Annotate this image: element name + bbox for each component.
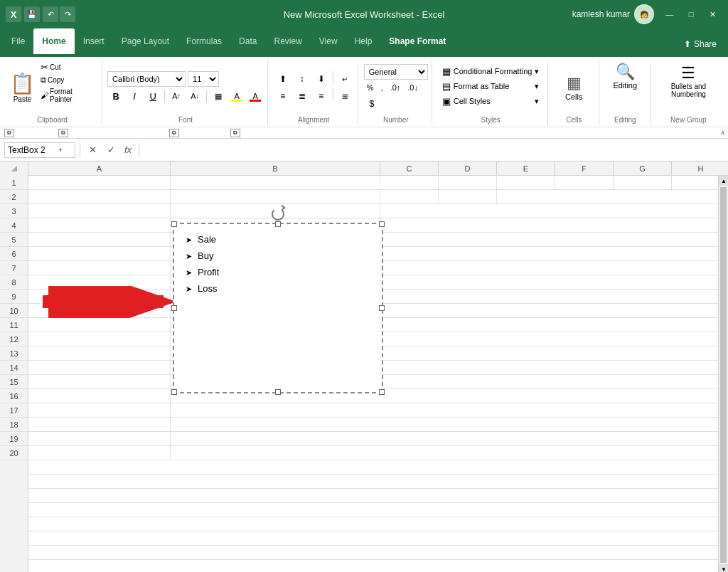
- col-header-g[interactable]: G: [614, 161, 672, 176]
- row-header-5[interactable]: 5: [0, 233, 28, 247]
- row-header-13[interactable]: 13: [0, 346, 28, 361]
- row-header-10[interactable]: 10: [0, 304, 28, 318]
- paste-button[interactable]: 📋 Paste: [7, 70, 38, 105]
- cell-a11[interactable]: [28, 318, 171, 332]
- cell-a7[interactable]: [28, 261, 171, 275]
- cell-a12[interactable]: [28, 332, 171, 346]
- save-button[interactable]: 💾: [24, 6, 40, 22]
- middle-align-button[interactable]: ↕: [293, 71, 311, 87]
- cell-a10[interactable]: [28, 304, 171, 318]
- font-color-button[interactable]: A: [247, 88, 264, 104]
- scroll-down-button[interactable]: ▼: [719, 564, 728, 572]
- cell-rest-18[interactable]: [171, 418, 728, 432]
- comma-style-button[interactable]: ,: [378, 83, 386, 92]
- maximize-button[interactable]: □: [681, 6, 701, 23]
- center-align-button[interactable]: ≣: [293, 88, 311, 104]
- number-expand-button[interactable]: ⧉: [230, 129, 240, 137]
- cancel-formula-button[interactable]: ✕: [85, 142, 100, 158]
- fill-color-button[interactable]: A: [228, 88, 245, 104]
- cut-button[interactable]: ✂ Cut: [39, 61, 97, 73]
- clipboard-expand-button[interactable]: ⧉: [4, 129, 14, 137]
- tab-help[interactable]: Help: [346, 28, 381, 54]
- cell-a14[interactable]: [28, 361, 171, 375]
- italic-button[interactable]: I: [126, 88, 143, 104]
- vertical-scrollbar[interactable]: ▲ ▼: [718, 176, 728, 572]
- textbox[interactable]: ➤ Sale ➤ Buy ➤ Profit: [173, 223, 383, 393]
- cell-rest-20[interactable]: [171, 446, 728, 460]
- scroll-thumb[interactable]: [720, 187, 727, 563]
- right-align-button[interactable]: ≡: [312, 88, 331, 104]
- cell-rest-2[interactable]: [497, 190, 728, 204]
- row-header-17[interactable]: 17: [0, 403, 28, 418]
- row-header-16[interactable]: 16: [0, 389, 28, 403]
- formula-input[interactable]: [144, 142, 724, 158]
- percent-button[interactable]: %: [364, 83, 377, 92]
- handle-tl[interactable]: [171, 221, 177, 227]
- tab-formulas[interactable]: Formulas: [178, 28, 230, 54]
- font-expand-button[interactable]: ⧉: [58, 129, 68, 137]
- cell-rest-19[interactable]: [171, 432, 728, 446]
- editing-button[interactable]: 🔍 Editing: [610, 61, 640, 91]
- ribbon-collapse-button[interactable]: ∧: [720, 129, 725, 137]
- row-header-14[interactable]: 14: [0, 361, 28, 375]
- row-header-11[interactable]: 11: [0, 318, 28, 332]
- cell-c2[interactable]: [380, 190, 439, 204]
- decrease-decimal-button[interactable]: .0↓: [405, 83, 421, 92]
- copy-button[interactable]: ⧉ Copy: [39, 75, 97, 85]
- cell-d2[interactable]: [439, 190, 497, 204]
- underline-button[interactable]: U: [144, 88, 161, 104]
- tab-file[interactable]: File: [3, 28, 33, 54]
- cell-a3[interactable]: [28, 204, 171, 218]
- cell-a1[interactable]: [28, 176, 171, 190]
- handle-tm[interactable]: [275, 221, 281, 227]
- cell-b2[interactable]: [171, 190, 380, 204]
- rotate-handle[interactable]: [272, 208, 284, 221]
- top-align-button[interactable]: ⬆: [274, 71, 292, 87]
- tab-view[interactable]: View: [311, 28, 346, 54]
- wrap-text-button[interactable]: ↵: [336, 71, 354, 87]
- row-header-6[interactable]: 6: [0, 247, 28, 261]
- minimize-button[interactable]: —: [660, 6, 680, 23]
- row-header-9[interactable]: 9: [0, 290, 28, 304]
- share-button[interactable]: ⬆ Share: [675, 34, 725, 54]
- close-button[interactable]: ✕: [702, 6, 722, 23]
- cell-c1[interactable]: [380, 176, 439, 190]
- user-avatar[interactable]: 🧑: [634, 4, 654, 24]
- row-header-18[interactable]: 18: [0, 418, 28, 432]
- bullets-button[interactable]: ☰ Bullets and Numbering: [656, 61, 721, 101]
- decrease-font-button[interactable]: A↓: [186, 88, 203, 104]
- tab-shape-format[interactable]: Shape Format: [380, 28, 454, 54]
- name-box[interactable]: ▾: [4, 142, 75, 158]
- border-button[interactable]: ▦: [210, 88, 227, 104]
- cells-button[interactable]: ▦ Cells: [561, 71, 587, 104]
- handle-ml[interactable]: [171, 305, 177, 311]
- cell-rest-4[interactable]: [380, 218, 728, 233]
- col-header-c[interactable]: C: [380, 161, 439, 176]
- corner-cell[interactable]: [0, 161, 28, 176]
- currency-button[interactable]: $: [364, 95, 380, 111]
- cell-a13[interactable]: [28, 346, 171, 361]
- cell-a4[interactable]: [28, 218, 171, 233]
- name-box-dropdown-arrow[interactable]: ▾: [59, 147, 62, 153]
- col-header-f[interactable]: F: [555, 161, 614, 176]
- grid-content[interactable]: ➤ Sale ➤ Buy ➤ Profit: [28, 176, 728, 572]
- handle-bm[interactable]: [275, 389, 281, 395]
- tab-page-layout[interactable]: Page Layout: [113, 28, 178, 54]
- cell-f1[interactable]: [555, 176, 614, 190]
- row-header-8[interactable]: 8: [0, 275, 28, 290]
- tab-data[interactable]: Data: [230, 28, 265, 54]
- cell-a18[interactable]: [28, 418, 171, 432]
- handle-br[interactable]: [379, 389, 385, 395]
- bold-button[interactable]: B: [107, 88, 124, 104]
- col-header-d[interactable]: D: [439, 161, 497, 176]
- row-header-3[interactable]: 3: [0, 204, 28, 218]
- handle-tr[interactable]: [379, 221, 385, 227]
- tab-home[interactable]: Home: [33, 28, 74, 54]
- cell-e1[interactable]: [497, 176, 555, 190]
- col-header-e[interactable]: E: [497, 161, 555, 176]
- confirm-formula-button[interactable]: ✓: [103, 142, 119, 158]
- handle-bl[interactable]: [171, 389, 177, 395]
- cell-a15[interactable]: [28, 375, 171, 389]
- cell-a9[interactable]: [28, 290, 171, 304]
- row-header-1[interactable]: 1: [0, 176, 28, 190]
